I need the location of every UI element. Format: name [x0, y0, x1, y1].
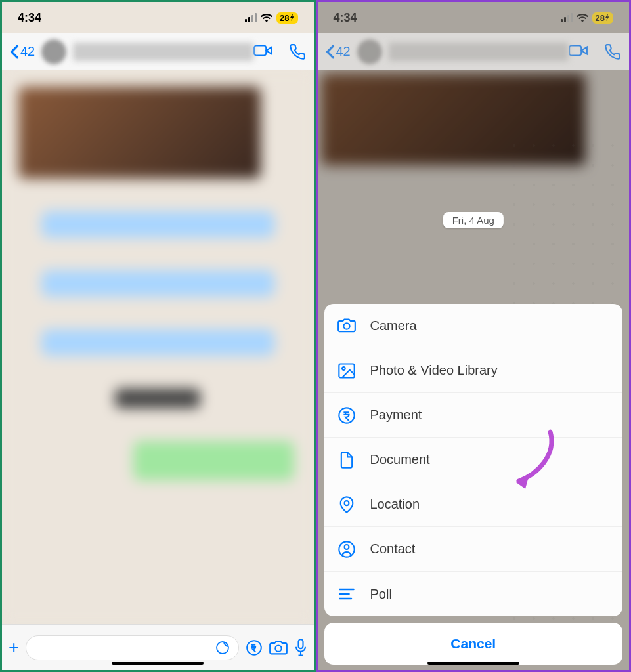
- back-button[interactable]: 42: [10, 44, 35, 59]
- home-indicator: [427, 662, 519, 665]
- message-input[interactable]: [26, 635, 238, 660]
- wifi-icon: [261, 13, 272, 22]
- sheet-item-label: Document: [370, 452, 430, 467]
- screenshot-left: 4:34 28 42 +: [0, 0, 316, 672]
- sheet-item-camera[interactable]: Camera: [324, 304, 623, 348]
- svg-point-9: [344, 501, 349, 505]
- camera-icon[interactable]: [269, 640, 288, 656]
- mic-icon[interactable]: [294, 639, 307, 657]
- video-call-icon[interactable]: [569, 43, 588, 58]
- svg-rect-0: [254, 45, 266, 55]
- sticker-icon[interactable]: [215, 640, 230, 656]
- back-count: 42: [20, 44, 35, 59]
- location-icon: [337, 495, 356, 514]
- contact-name[interactable]: [389, 43, 569, 61]
- contact-name[interactable]: [73, 43, 253, 61]
- status-time: 4:34: [18, 11, 41, 25]
- battery-icon: 28: [276, 12, 297, 24]
- cellular-icon: [245, 13, 257, 22]
- svg-rect-3: [298, 639, 303, 648]
- svg-point-1: [247, 640, 261, 655]
- voice-call-icon[interactable]: [289, 43, 306, 60]
- poll-icon: [337, 585, 356, 603]
- avatar[interactable]: [357, 39, 382, 64]
- svg-point-11: [344, 545, 349, 549]
- svg-point-2: [275, 645, 281, 651]
- sheet-item-label: Location: [370, 497, 420, 512]
- attachment-action-sheet: Camera Photo & Video Library Payment Doc…: [324, 304, 623, 665]
- sheet-item-label: Payment: [370, 408, 422, 423]
- video-call-icon[interactable]: [253, 43, 273, 58]
- date-chip: Fri, 4 Aug: [443, 212, 504, 228]
- rupee-icon: [337, 406, 356, 425]
- sheet-item-label: Photo & Video Library: [370, 363, 498, 378]
- sheet-item-contact[interactable]: Contact: [324, 527, 623, 572]
- svg-rect-4: [569, 45, 581, 55]
- sheet-item-poll[interactable]: Poll: [324, 572, 623, 616]
- sheet-item-location[interactable]: Location: [324, 482, 623, 527]
- cancel-button[interactable]: Cancel: [324, 623, 623, 665]
- sheet-item-label: Contact: [370, 541, 416, 556]
- voice-call-icon[interactable]: [604, 43, 621, 60]
- svg-rect-6: [339, 364, 354, 377]
- sheet-item-label: Poll: [370, 587, 392, 602]
- battery-icon: 28: [592, 12, 613, 24]
- back-count: 42: [336, 44, 351, 59]
- wifi-icon: [577, 13, 588, 22]
- svg-point-8: [339, 408, 354, 423]
- svg-point-7: [342, 367, 345, 370]
- contact-icon: [337, 540, 356, 558]
- payment-icon[interactable]: [246, 639, 263, 656]
- status-bar: 4:34 28: [2, 2, 314, 33]
- attach-button[interactable]: +: [9, 637, 19, 658]
- chat-body: [2, 70, 314, 624]
- status-bar: 4:34 28: [318, 2, 630, 33]
- avatar[interactable]: [41, 39, 66, 64]
- annotation-arrow: [511, 429, 563, 494]
- sheet-item-document[interactable]: Document: [324, 438, 623, 482]
- svg-point-5: [343, 323, 349, 329]
- sheet-item-photo-library[interactable]: Photo & Video Library: [324, 348, 623, 393]
- back-button[interactable]: 42: [326, 44, 351, 59]
- status-time: 4:34: [334, 11, 357, 25]
- document-icon: [337, 451, 356, 469]
- home-indicator: [112, 662, 204, 665]
- chat-header: 42: [318, 33, 630, 70]
- photo-icon: [337, 362, 356, 380]
- sheet-item-payment[interactable]: Payment: [324, 393, 623, 438]
- chat-header: 42: [2, 33, 314, 70]
- sheet-item-label: Camera: [370, 318, 417, 333]
- screenshot-right: 4:34 28 42 Fri, 4 Aug Camera: [316, 0, 632, 672]
- status-right: 28: [561, 12, 613, 24]
- cellular-icon: [561, 13, 573, 22]
- camera-icon: [337, 317, 356, 335]
- status-right: 28: [245, 12, 297, 24]
